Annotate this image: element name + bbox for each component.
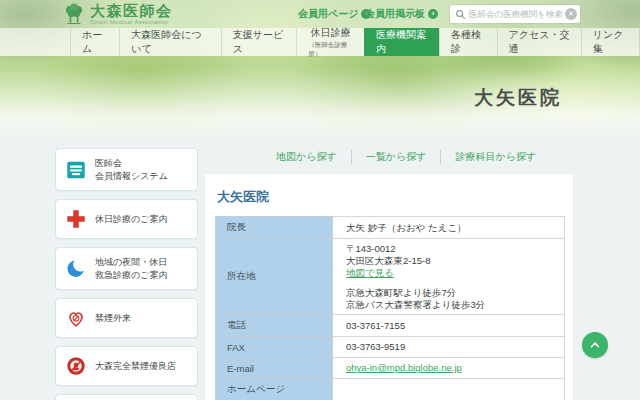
member-board-label: 会員用掲示板 <box>365 7 425 21</box>
nav-item-support[interactable]: 支援サービス <box>221 28 296 56</box>
member-info-system-icon <box>65 159 87 181</box>
view-map-link[interactable]: 地図で見る <box>346 267 394 278</box>
sidebar-item-no-smoking-outpatient[interactable]: 禁煙外来 <box>55 298 198 338</box>
clinic-info-table: 院長 大矢 妙子（おおや たえこ） 所在地 〒143-0012 大田区大森東2-… <box>215 216 565 400</box>
non-smoking-store-icon <box>65 355 87 377</box>
arrow-circle-icon: › <box>428 9 438 19</box>
fax-value: 03-3763-9519 <box>333 337 565 358</box>
main-nav: ホーム 大森医師会について 支援サービス 休日診療 （医師会診療所） 医療機関案… <box>0 28 640 56</box>
top-header: 大森医師会 Omori Medical Association 会員用ページ ›… <box>0 0 640 28</box>
sidebar-item-label: 大森完全禁煙優良店 <box>95 360 176 373</box>
page-title: 大矢医院 <box>474 85 562 111</box>
sidebar-item-dementia-care[interactable]: 認知症対策 <box>55 394 198 400</box>
nav-item-access[interactable]: アクセス・交通 <box>497 28 581 56</box>
tab-search-by-department[interactable]: 診療科目から探す <box>440 150 550 164</box>
main-column: 地図から探す 一覧から探す 診療科目から探す 大矢医院 院長 大矢 妙子（おおや… <box>205 140 573 400</box>
nav-item-home[interactable]: ホーム <box>70 28 119 56</box>
sidebar: 医師会会員情報システム 休日診療のご案内 地域の夜間・休日救急診療のご案内 <box>55 148 198 400</box>
nav-item-holiday-care[interactable]: 休日診療 （医師会診療所） <box>296 28 364 56</box>
table-row-homepage: ホームページ <box>216 379 565 400</box>
row-label: E-mail <box>216 358 333 379</box>
table-row-email: E-mail ohya-in@mpd.biglobe.ne.jp <box>216 358 565 379</box>
spacer <box>346 279 551 287</box>
row-label: 電話 <box>216 315 333 337</box>
row-label: 所在地 <box>216 239 333 315</box>
sidebar-item-night-emergency[interactable]: 地域の夜間・休日救急診療のご案内 <box>55 247 198 290</box>
table-row-director: 院長 大矢 妙子（おおや たえこ） <box>216 217 565 239</box>
night-emergency-icon <box>65 258 87 280</box>
clinic-detail-card: 大矢医院 院長 大矢 妙子（おおや たえこ） 所在地 〒143-0012 大田区… <box>205 174 573 400</box>
table-row-fax: FAX 03-3763-9519 <box>216 337 565 358</box>
nav-item-institutions[interactable]: 医療機関案内 <box>364 28 439 56</box>
member-board-link[interactable]: 会員用掲示板 › <box>365 0 438 28</box>
street-address: 大田区大森東2-15-8 <box>346 255 551 267</box>
nav-item-checkups[interactable]: 各種検診 <box>439 28 497 56</box>
homepage-value <box>333 379 565 400</box>
search-input[interactable] <box>469 9 565 19</box>
access-info-1: 京急大森町駅より徒歩7分 <box>346 287 551 299</box>
row-label: 院長 <box>216 217 333 239</box>
sidebar-item-label: 医師会会員情報システム <box>95 157 168 182</box>
sidebar-item-member-system[interactable]: 医師会会員情報システム <box>55 148 198 191</box>
postal-code: 〒143-0012 <box>346 243 551 255</box>
scroll-to-top-button[interactable] <box>582 332 608 358</box>
search-tabs: 地図から探す 一覧から探す 診療科目から探す <box>262 140 573 174</box>
nav-item-about[interactable]: 大森医師会について <box>119 28 221 56</box>
address-value: 〒143-0012 大田区大森東2-15-8 地図で見る 京急大森町駅より徒歩7… <box>333 239 565 315</box>
member-page-link[interactable]: 会員用ページ › <box>298 0 371 28</box>
row-label: ホームページ <box>216 379 333 400</box>
nav-item-links[interactable]: リンク集 <box>581 28 640 56</box>
phone-value: 03-3761-7155 <box>333 315 565 337</box>
chevron-up-icon <box>588 338 602 352</box>
email-link[interactable]: ohya-in@mpd.biglobe.ne.jp <box>346 362 462 373</box>
no-smoking-outpatient-icon <box>65 307 87 329</box>
access-info-2: 京急バス大森警察署より徒歩3分 <box>346 299 551 311</box>
content-area: 医師会会員情報システム 休日診療のご案内 地域の夜間・休日救急診療のご案内 <box>0 140 640 400</box>
table-row-address: 所在地 〒143-0012 大田区大森東2-15-8 地図で見る 京急大森町駅よ… <box>216 239 565 315</box>
sidebar-item-label: 休日診療のご案内 <box>95 213 167 226</box>
sidebar-item-holiday-care[interactable]: 休日診療のご案内 <box>55 199 198 239</box>
sidebar-item-label: 禁煙外来 <box>95 312 131 325</box>
director-value: 大矢 妙子（おおや たえこ） <box>333 217 565 239</box>
sidebar-item-label: 地域の夜間・休日救急診療のご案内 <box>95 256 167 281</box>
tree-logo-icon <box>62 2 86 26</box>
search-box[interactable]: ✕ <box>450 5 580 23</box>
sidebar-item-non-smoking-store[interactable]: 大森完全禁煙優良店 <box>55 346 198 386</box>
row-label: FAX <box>216 337 333 358</box>
holiday-care-icon <box>65 208 87 230</box>
logo[interactable]: 大森医師会 Omori Medical Association <box>62 2 173 26</box>
clinic-name-heading: 大矢医院 <box>217 188 565 206</box>
site-title: 大森医師会 <box>90 3 173 18</box>
tab-search-by-list[interactable]: 一覧から探す <box>351 150 441 164</box>
table-row-phone: 電話 03-3761-7155 <box>216 315 565 337</box>
tab-search-by-map[interactable]: 地図から探す <box>262 150 351 164</box>
search-clear-icon[interactable]: ✕ <box>565 8 577 20</box>
site-subtitle: Omori Medical Association <box>90 19 173 25</box>
member-page-label: 会員用ページ <box>298 7 358 21</box>
search-icon <box>455 9 466 20</box>
nav-item-holiday-care-sub: （医師会診療所） <box>308 41 353 59</box>
